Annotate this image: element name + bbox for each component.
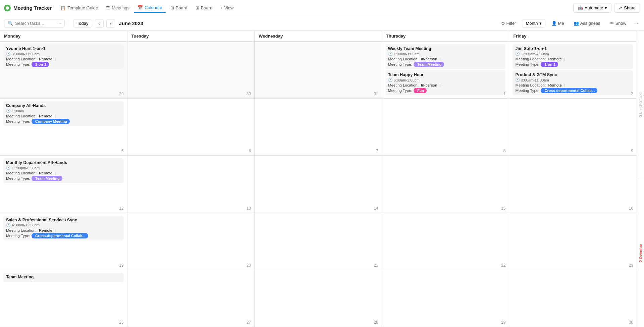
event-card[interactable]: Monthly Department All-Hands🕐 11:00pm-6:… bbox=[3, 158, 124, 183]
calendar-body: Yvonne Hunt 1-on-1🕐 3:30am-11:00am Meeti… bbox=[0, 42, 637, 327]
assignees-button[interactable]: 👥 Assignees bbox=[570, 19, 604, 27]
calendar-icon: 📅 bbox=[138, 5, 143, 10]
calendar-cell-21[interactable]: 21 bbox=[255, 213, 382, 270]
type-badge: Fun bbox=[414, 88, 427, 93]
calendar-cell-29[interactable]: Yvonne Hunt 1-on-1🕐 3:30am-11:00am Meeti… bbox=[0, 42, 127, 99]
day-header-friday: Friday bbox=[509, 31, 637, 41]
side-panel: 0 Unscheduled 2 Overdue bbox=[637, 31, 644, 327]
share-icon: ↗ bbox=[619, 5, 622, 10]
calendar-cell-26[interactable]: Team Meeting26 bbox=[0, 270, 127, 327]
event-card[interactable]: Team Meeting bbox=[3, 273, 124, 282]
location-value: Remote bbox=[38, 57, 52, 61]
calendar-cell-1[interactable]: Weekly Team Meeting🕐 1:00am-1:00am Meeti… bbox=[382, 42, 509, 99]
event-location-row: Meeting Location: In-person | bbox=[388, 57, 503, 61]
calendar-cell-30[interactable]: 30 bbox=[127, 42, 255, 99]
search-input[interactable] bbox=[15, 21, 55, 26]
top-nav: Meeting Tracker 📋 Template Guide ☰ Meeti… bbox=[0, 0, 644, 16]
search-icon: 🔍 bbox=[8, 21, 13, 26]
automate-button[interactable]: 🤖 Automate ▾ bbox=[573, 3, 612, 13]
event-card[interactable]: Jim Soto 1-on-1🕐 12:00am-7:30am Meeting … bbox=[513, 44, 633, 69]
cell-number: 29 bbox=[501, 320, 505, 325]
search-more-icon[interactable]: ··· bbox=[57, 21, 61, 26]
event-sep: | bbox=[54, 114, 56, 118]
more-options-button[interactable]: ··· bbox=[632, 19, 640, 27]
calendar-cell-7[interactable]: 7 bbox=[255, 99, 382, 156]
event-card[interactable]: Weekly Team Meeting🕐 1:00am-1:00am Meeti… bbox=[385, 44, 506, 69]
cell-number: 5 bbox=[121, 149, 124, 153]
event-location-row: Meeting Location: Remote | bbox=[515, 57, 631, 61]
tab-board-2[interactable]: ⊞ Board bbox=[192, 3, 216, 12]
event-card[interactable]: Team Happy Hour🕐 6:00am-2:00pm Meeting L… bbox=[385, 70, 506, 95]
event-sep: | bbox=[563, 83, 565, 87]
event-type-row: Meeting Type: Fun bbox=[388, 88, 503, 93]
overdue-panel: 2 Overdue bbox=[637, 179, 644, 327]
calendar-cell-27[interactable]: 27 bbox=[127, 270, 255, 327]
calendar-cell-16[interactable]: 16 bbox=[509, 156, 637, 213]
type-badge: Team Meeting bbox=[32, 176, 62, 181]
calendar-cell-6[interactable]: 6 bbox=[127, 99, 255, 156]
tab-calendar[interactable]: 📅 Calendar bbox=[134, 3, 166, 13]
location-label: Meeting Location: bbox=[388, 57, 419, 61]
event-location-row: Meeting Location: Remote | bbox=[6, 228, 121, 232]
show-button[interactable]: 👁 Show bbox=[606, 19, 630, 27]
month-view-button[interactable]: Month ▾ bbox=[522, 19, 545, 28]
type-badge: Cross-departmental Collab... bbox=[32, 233, 88, 238]
cell-number: 7 bbox=[376, 149, 378, 153]
event-time: 🕐 11:00pm-6:50am bbox=[6, 166, 121, 170]
event-card[interactable]: Company All-Hands🕐 1:00am Meeting Locati… bbox=[3, 101, 124, 126]
type-label: Meeting Type: bbox=[388, 62, 412, 66]
location-label: Meeting Location: bbox=[6, 171, 37, 175]
calendar-cell-22[interactable]: 22 bbox=[382, 213, 509, 270]
calendar-cell-23[interactable]: 23 bbox=[509, 213, 637, 270]
calendar-cell-8[interactable]: 8 bbox=[382, 99, 509, 156]
today-button[interactable]: Today bbox=[73, 19, 92, 28]
event-card[interactable]: Sales & Professional Services Sync🕐 4:30… bbox=[3, 216, 124, 240]
event-type-row: Meeting Type: Cross-departmental Collab.… bbox=[515, 88, 631, 93]
calendar-cell-2[interactable]: Jim Soto 1-on-1🕐 12:00am-7:30am Meeting … bbox=[509, 42, 637, 99]
calendar-cell-14[interactable]: 14 bbox=[255, 156, 382, 213]
calendar-wrapper: Monday Tuesday Wednesday Thursday Friday… bbox=[0, 31, 644, 327]
prev-month-button[interactable]: ‹ bbox=[95, 19, 104, 28]
calendar-cell-30[interactable]: 30 bbox=[509, 270, 637, 327]
toolbar-separator bbox=[69, 20, 69, 27]
calendar-cell-31[interactable]: 31 bbox=[255, 42, 382, 99]
cell-number: 9 bbox=[631, 149, 633, 153]
calendar-cell-13[interactable]: 13 bbox=[127, 156, 255, 213]
tab-board-1[interactable]: ⊞ Board bbox=[167, 3, 191, 12]
month-chevron-icon: ▾ bbox=[539, 21, 542, 26]
search-box[interactable]: 🔍 ··· bbox=[4, 19, 65, 28]
next-month-button[interactable]: › bbox=[106, 19, 115, 28]
calendar-cell-28[interactable]: 28 bbox=[255, 270, 382, 327]
calendar-main: Monday Tuesday Wednesday Thursday Friday… bbox=[0, 31, 637, 327]
location-label: Meeting Location: bbox=[6, 228, 37, 232]
location-label: Meeting Location: bbox=[6, 114, 37, 118]
event-card[interactable]: Product & GTM Sync🕐 3:00am-11:00am Meeti… bbox=[513, 70, 633, 95]
calendar-cell-9[interactable]: 9 bbox=[509, 99, 637, 156]
me-filter-button[interactable]: 👤 Me bbox=[548, 19, 568, 27]
calendar-cell-5[interactable]: Company All-Hands🕐 1:00am Meeting Locati… bbox=[0, 99, 127, 156]
toolbar: 🔍 ··· Today ‹ › June 2023 ⚙ Filter Month… bbox=[0, 16, 644, 31]
calendar-cell-12[interactable]: Monthly Department All-Hands🕐 11:00pm-6:… bbox=[0, 156, 127, 213]
unscheduled-panel: 0 Unscheduled bbox=[637, 31, 644, 179]
event-time: 🕐 1:00am-1:00am bbox=[388, 52, 503, 56]
tab-template-guide[interactable]: 📋 Template Guide bbox=[57, 3, 101, 12]
event-location-row: Meeting Location: Remote | bbox=[6, 57, 121, 61]
app-title: Meeting Tracker bbox=[13, 5, 52, 11]
calendar-cell-19[interactable]: Sales & Professional Services Sync🕐 4:30… bbox=[0, 213, 127, 270]
tab-add-view[interactable]: + View bbox=[217, 3, 237, 12]
filter-button[interactable]: ⚙ Filter bbox=[498, 19, 520, 27]
nav-right-actions: 🤖 Automate ▾ ↗ Share bbox=[573, 3, 640, 13]
calendar-cell-15[interactable]: 15 bbox=[382, 156, 509, 213]
type-label: Meeting Type: bbox=[6, 234, 30, 238]
share-button[interactable]: ↗ Share bbox=[614, 3, 640, 13]
cell-number: 19 bbox=[119, 263, 123, 268]
tab-meetings[interactable]: ☰ Meetings bbox=[103, 3, 133, 12]
event-sep: | bbox=[54, 57, 56, 61]
calendar-cell-20[interactable]: 20 bbox=[127, 213, 255, 270]
location-label: Meeting Location: bbox=[6, 57, 37, 61]
type-label: Meeting Type: bbox=[6, 62, 30, 66]
calendar-cell-29[interactable]: 29 bbox=[382, 270, 509, 327]
cell-number: 21 bbox=[374, 263, 378, 268]
event-card[interactable]: Yvonne Hunt 1-on-1🕐 3:30am-11:00am Meeti… bbox=[3, 44, 124, 69]
type-label: Meeting Type: bbox=[6, 176, 30, 180]
